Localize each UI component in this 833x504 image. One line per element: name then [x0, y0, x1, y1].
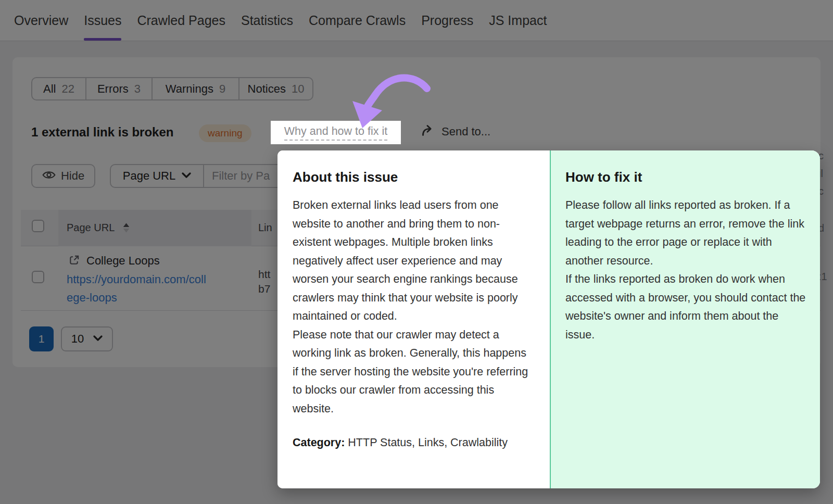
fix-paragraph-2: If the links reported as broken do work … [565, 273, 805, 341]
about-this-issue-panel: About this issue Broken external links l… [277, 150, 550, 488]
about-paragraph-1: Broken external links lead users from on… [293, 199, 518, 322]
about-title: About this issue [293, 169, 529, 185]
category-label: Category: [293, 436, 345, 449]
how-to-fix-panel: How to fix it Please follow all links re… [550, 150, 820, 488]
fix-paragraph-1: Please follow all links reported as brok… [565, 199, 804, 267]
category-value: HTTP Status, Links, Crawlability [348, 436, 508, 449]
how-to-fix-body: Please follow all links reported as brok… [565, 196, 806, 344]
pointer-arrow-icon [344, 72, 437, 134]
how-to-fix-title: How to fix it [565, 169, 806, 185]
about-paragraph-2: Please note that our crawler may detect … [293, 329, 528, 415]
about-body: Broken external links lead users from on… [293, 196, 529, 418]
issue-category: Category: HTTP Status, Links, Crawlabili… [293, 434, 529, 452]
issue-info-popup: About this issue Broken external links l… [277, 150, 820, 488]
site-audit-issues-page: Overview Issues Crawled Pages Statistics… [0, 0, 833, 504]
